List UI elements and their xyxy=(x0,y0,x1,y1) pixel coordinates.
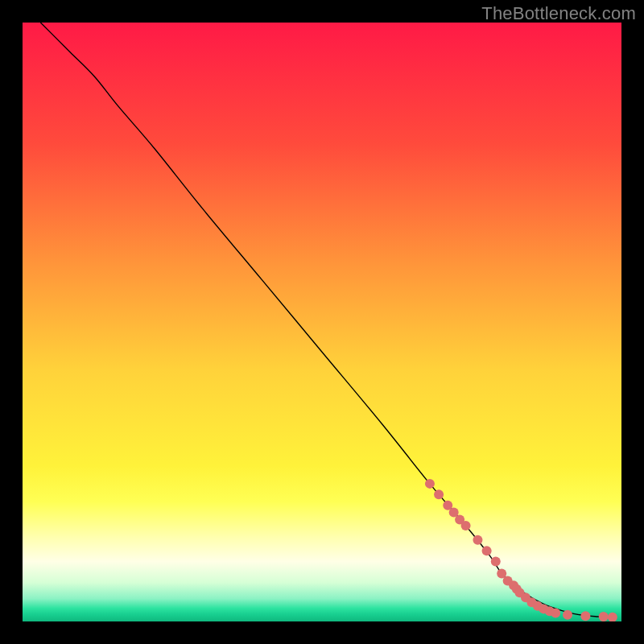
scatter-point xyxy=(599,612,609,621)
chart-plot-area xyxy=(23,23,621,621)
chart-svg xyxy=(23,23,621,621)
scatter-point xyxy=(551,609,560,618)
scatter-point xyxy=(563,610,572,620)
scatter-point xyxy=(434,489,444,499)
chart-background-gradient xyxy=(23,23,621,621)
scatter-point xyxy=(580,611,590,621)
scatter-point xyxy=(425,479,435,489)
scatter-point xyxy=(482,546,492,555)
scatter-point xyxy=(461,521,471,530)
scatter-point xyxy=(473,535,482,545)
scatter-point xyxy=(491,557,501,567)
chart-stage: TheBottleneck.com xyxy=(0,0,644,644)
watermark-label: TheBottleneck.com xyxy=(481,3,636,24)
